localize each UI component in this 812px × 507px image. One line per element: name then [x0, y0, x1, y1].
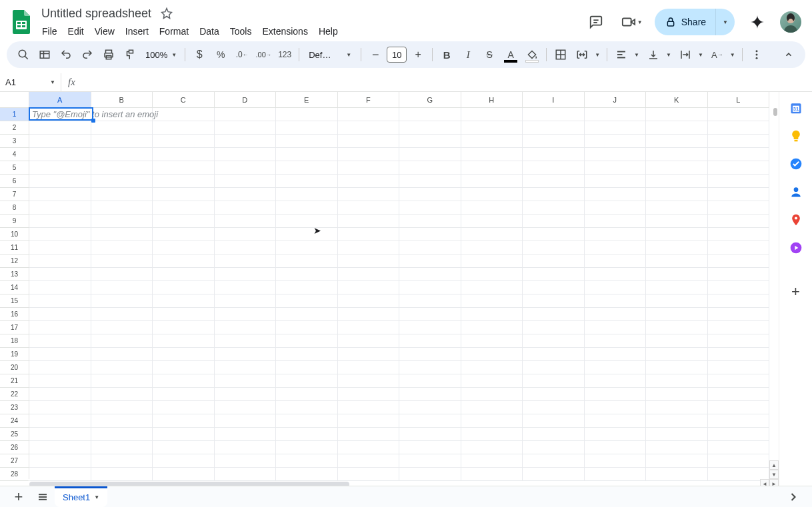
- merge-cells-icon[interactable]: ▼: [572, 45, 603, 65]
- cell[interactable]: [585, 241, 647, 254]
- cell[interactable]: [646, 135, 708, 148]
- cell[interactable]: [153, 428, 215, 441]
- cell[interactable]: [29, 468, 91, 481]
- cell[interactable]: [338, 121, 400, 135]
- cell[interactable]: [461, 374, 523, 388]
- cell[interactable]: [399, 468, 461, 481]
- cell[interactable]: [338, 228, 400, 241]
- cell[interactable]: [646, 361, 708, 374]
- column-header[interactable]: B: [91, 92, 153, 107]
- cell[interactable]: [708, 388, 770, 401]
- cell[interactable]: [585, 468, 647, 481]
- column-header[interactable]: J: [585, 92, 647, 107]
- cell[interactable]: [91, 441, 153, 454]
- menu-view[interactable]: View: [90, 23, 119, 39]
- cell[interactable]: [523, 401, 585, 414]
- cell[interactable]: [338, 388, 400, 401]
- cell[interactable]: [276, 374, 338, 388]
- share-dropdown[interactable]: ▼: [715, 9, 735, 35]
- cell[interactable]: [215, 441, 277, 454]
- cell[interactable]: [646, 254, 708, 268]
- cell[interactable]: [29, 135, 91, 148]
- cell[interactable]: [153, 268, 215, 281]
- cell[interactable]: [276, 334, 338, 348]
- cell[interactable]: [29, 121, 91, 135]
- cell[interactable]: [646, 201, 708, 215]
- cell[interactable]: [399, 334, 461, 348]
- cell[interactable]: [399, 361, 461, 374]
- cell[interactable]: [585, 281, 647, 294]
- cell[interactable]: [585, 308, 647, 321]
- tasks-app-icon[interactable]: [789, 157, 803, 171]
- cell[interactable]: [523, 454, 585, 468]
- column-header[interactable]: L: [708, 92, 770, 107]
- cell[interactable]: [399, 428, 461, 441]
- cell[interactable]: [708, 268, 770, 281]
- cell[interactable]: [215, 188, 277, 201]
- meet-icon[interactable]: ▼: [619, 9, 645, 35]
- cell[interactable]: [215, 175, 277, 188]
- increase-font-icon[interactable]: +: [408, 45, 428, 65]
- cell[interactable]: [153, 108, 215, 121]
- cell[interactable]: [215, 161, 277, 175]
- select-all-corner[interactable]: [0, 92, 29, 108]
- cell[interactable]: [585, 361, 647, 374]
- cell[interactable]: [29, 361, 91, 374]
- cell[interactable]: [276, 215, 338, 228]
- text-wrap-icon[interactable]: ▼: [675, 45, 706, 65]
- cell[interactable]: [91, 281, 153, 294]
- calendar-app-icon[interactable]: 31: [789, 101, 803, 115]
- cell[interactable]: [708, 441, 770, 454]
- cell[interactable]: [215, 374, 277, 388]
- cell[interactable]: [399, 321, 461, 334]
- cell[interactable]: [91, 215, 153, 228]
- cell[interactable]: [585, 268, 647, 281]
- cell[interactable]: [276, 188, 338, 201]
- cell[interactable]: [646, 401, 708, 414]
- cell[interactable]: [276, 308, 338, 321]
- cell[interactable]: [29, 148, 91, 161]
- cell[interactable]: [585, 441, 647, 454]
- increase-decimal-icon[interactable]: .00→: [253, 45, 273, 65]
- cell[interactable]: [523, 388, 585, 401]
- cell[interactable]: [29, 175, 91, 188]
- row-header[interactable]: 7: [0, 188, 29, 201]
- cell[interactable]: [585, 175, 647, 188]
- all-sheets-icon[interactable]: [31, 488, 55, 506]
- cell[interactable]: [585, 161, 647, 175]
- row-header[interactable]: 22: [0, 388, 29, 401]
- undo-icon[interactable]: [56, 45, 76, 65]
- font-size-input[interactable]: 10: [387, 47, 407, 63]
- cell[interactable]: [29, 374, 91, 388]
- cell[interactable]: [29, 348, 91, 361]
- cell[interactable]: [338, 148, 400, 161]
- cell[interactable]: [646, 268, 708, 281]
- italic-icon[interactable]: I: [458, 45, 478, 65]
- cell[interactable]: [708, 428, 770, 441]
- text-color-icon[interactable]: A: [501, 45, 521, 65]
- cell[interactable]: [461, 161, 523, 175]
- cell[interactable]: [708, 228, 770, 241]
- cell[interactable]: [91, 388, 153, 401]
- cell[interactable]: [215, 334, 277, 348]
- cell[interactable]: [91, 374, 153, 388]
- cell[interactable]: [29, 281, 91, 294]
- cell[interactable]: [646, 348, 708, 361]
- cell[interactable]: [708, 161, 770, 175]
- cell[interactable]: [338, 454, 400, 468]
- keep-app-icon[interactable]: [789, 129, 803, 143]
- get-addons-icon[interactable]: +: [784, 280, 808, 304]
- cell[interactable]: [215, 268, 277, 281]
- cell[interactable]: [708, 215, 770, 228]
- cell[interactable]: [338, 321, 400, 334]
- cell[interactable]: [399, 108, 461, 121]
- cell[interactable]: [585, 388, 647, 401]
- cell[interactable]: [153, 294, 215, 308]
- row-header[interactable]: 1: [0, 108, 29, 121]
- row-header[interactable]: 3: [0, 135, 29, 148]
- cell[interactable]: [153, 281, 215, 294]
- cell[interactable]: [585, 428, 647, 441]
- share-button[interactable]: Share: [655, 9, 715, 35]
- account-avatar[interactable]: [780, 11, 801, 33]
- cell[interactable]: [153, 361, 215, 374]
